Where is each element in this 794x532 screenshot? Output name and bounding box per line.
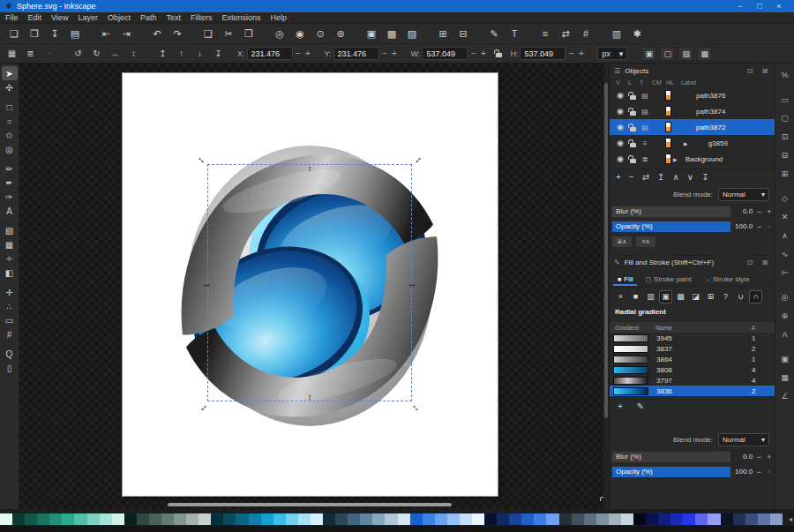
w-decrement-button[interactable]: − [469,49,477,58]
text-tool[interactable]: A [2,204,18,218]
paste-icon[interactable]: ❒ [242,26,256,41]
mesh-gradient-icon[interactable]: ⊞ [704,290,717,303]
select-all-layers-icon[interactable]: ≣ [24,47,37,60]
palette-swatch[interactable] [670,513,683,525]
expand-all-button[interactable]: ≡∧ [635,236,656,248]
menu-object[interactable]: Object [108,13,131,22]
flip-vertical-icon[interactable]: ↕ [127,47,140,60]
panel-close-button[interactable]: ⊠ [760,67,770,75]
xml-editor-icon[interactable]: # [579,26,593,41]
menu-file[interactable]: File [5,13,19,22]
opacity-slider[interactable]: Opacity (%) [611,221,731,233]
canvas[interactable]: ↔ ↔ ↔ ↔ ↕ ↕ ↔ ↔ [19,64,603,509]
pencil-tool[interactable]: ✏ [2,161,18,176]
highlight-color-swatch[interactable] [665,122,671,132]
align-dialog-icon[interactable]: ≡ [538,26,552,41]
transform-dialog-icon[interactable]: ⇄ [558,26,573,41]
snap-grid-icon[interactable]: ▦ [777,370,793,385]
gradient-row[interactable]: 3836 2 [610,386,775,396]
star-tool[interactable]: ✩ [2,128,18,142]
palette-swatch[interactable] [385,513,397,525]
flat-color-icon[interactable]: ■ [629,290,642,303]
blur-increment-button[interactable]: + [766,207,773,216]
palette-swatch[interactable] [37,513,49,525]
rotate-ccw-icon[interactable]: ↺ [71,47,85,60]
palette-swatch[interactable] [721,513,733,525]
palette-swatch[interactable] [323,513,335,525]
y-decrement-button[interactable]: − [381,49,389,58]
rotate-cw-icon[interactable]: ↻ [90,47,103,60]
palette-swatch[interactable] [683,513,695,525]
import-icon[interactable]: ⇤ [99,26,113,41]
pattern-icon[interactable]: ▩ [674,290,687,303]
ellipse-tool[interactable]: ○ [2,114,18,128]
redo-icon[interactable]: ↷ [170,26,184,41]
paint-none-icon[interactable]: × [614,290,627,303]
palette-swatch[interactable] [559,513,572,525]
close-button[interactable]: × [769,2,789,11]
palette-swatch[interactable] [398,513,410,525]
palette-swatch[interactable] [100,513,112,525]
lock-open-icon[interactable] [626,155,639,163]
object-row[interactable]: ◉ ▤ path3874 [610,103,775,119]
add-object-icon[interactable]: + [616,172,621,182]
palette-swatch[interactable] [633,513,646,525]
palette-swatch[interactable] [572,513,584,525]
tab-stroke-paint[interactable]: ▢ Stroke paint [640,275,695,286]
object-label[interactable]: path3872 [696,124,725,131]
palette-swatch[interactable] [509,513,521,525]
expander-icon[interactable]: ▶ [684,140,688,146]
palette-swatch[interactable] [25,513,37,525]
zoom-page-icon[interactable]: ⊙ [313,26,327,41]
snap-bbox-icon[interactable]: ▭ [777,92,793,107]
menu-layer[interactable]: Layer [78,13,98,22]
object-label[interactable]: g3859 [708,139,728,147]
copy-icon[interactable]: ❑ [201,26,215,41]
raise-icon[interactable]: ↑ [175,47,188,60]
palette-swatch[interactable] [609,513,621,525]
palette-swatch[interactable] [186,513,198,525]
palette-swatch[interactable] [447,513,460,525]
raise-to-top-icon[interactable]: ↥ [156,47,169,60]
duplicate-icon[interactable]: ▣ [364,26,378,41]
palette-swatch[interactable] [621,513,633,525]
palette-swatch[interactable] [49,513,62,525]
spray-tool[interactable]: ∴ [2,299,18,313]
selection-handle-w[interactable]: ↔ [202,279,212,288]
undo-icon[interactable]: ↶ [150,26,164,41]
tab-stroke-style[interactable]: → Stroke style [700,275,754,286]
gradient-row[interactable]: 3864 1 [610,354,775,364]
gradient-row[interactable]: 3808 4 [610,364,775,375]
remove-object-icon[interactable]: − [629,172,634,182]
zoom-selection-icon[interactable]: ◎ [273,26,287,41]
linear-gradient-icon[interactable]: ▥ [644,290,657,303]
radial-gradient-icon[interactable]: ▣ [659,290,672,303]
group-icon[interactable]: ⊞ [436,26,450,41]
palette-swatch[interactable] [298,513,311,525]
transform-gradient-toggle[interactable]: ▨ [678,47,693,61]
new-document-icon[interactable]: ❏ [7,26,21,41]
highlight-color-swatch[interactable] [665,106,671,116]
palette-swatch[interactable] [484,513,497,525]
highlight-color-swatch[interactable] [665,90,671,101]
snap-rotation-centers-icon[interactable]: ⊕ [777,308,793,323]
blur-slider[interactable]: Blur (%) [611,206,731,218]
palette-swatch[interactable] [74,513,86,525]
minimize-button[interactable]: − [730,2,750,11]
lock-open-icon[interactable] [626,108,639,116]
palette-swatch[interactable] [273,513,286,525]
gradient-row[interactable]: 3837 2 [610,343,775,354]
selection-handle-e[interactable]: ↔ [408,279,417,288]
maximize-button[interactable]: □ [750,2,769,11]
palette-swatch[interactable] [348,513,360,525]
transform-stroke-toggle[interactable]: ▣ [641,47,656,61]
clone-icon[interactable]: ▩ [385,26,399,41]
palette-swatch[interactable] [435,513,447,525]
visibility-eye-icon[interactable]: ◉ [614,91,626,100]
snap-smooth-nodes-icon[interactable]: ∿ [777,246,793,261]
x-decrement-button[interactable]: − [295,49,303,58]
paint-bucket-tool[interactable]: ◧ [2,266,18,280]
mesh-tool[interactable]: ▦ [2,237,18,251]
palette-swatch[interactable] [311,513,323,525]
calligraphy-tool[interactable]: ✑ [2,190,18,204]
